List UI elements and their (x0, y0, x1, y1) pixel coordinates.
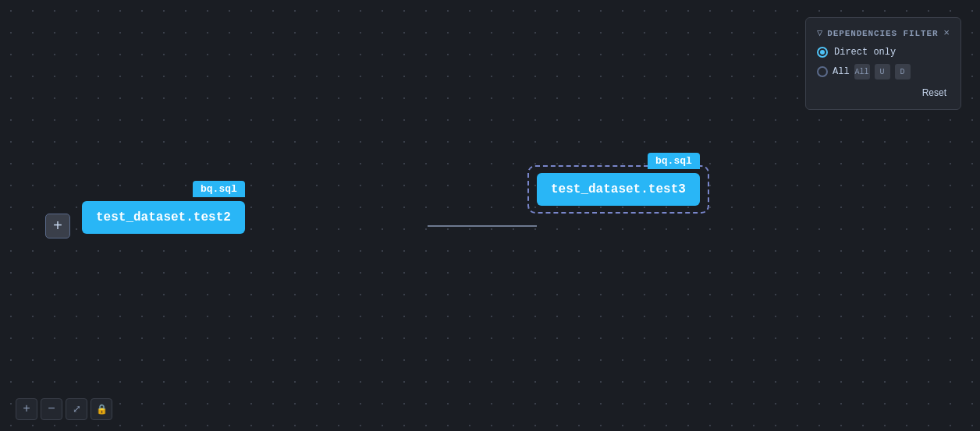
zoom-out-button[interactable]: − (41, 398, 62, 420)
tag-u-button[interactable]: U (875, 64, 890, 79)
minus-icon: − (48, 402, 55, 416)
radio-direct-only[interactable] (817, 47, 828, 58)
fit-icon: ⤢ (73, 403, 81, 415)
filter-option-direct-only[interactable]: Direct only (817, 47, 950, 58)
node-test2-tag: bq.sql (193, 181, 245, 197)
filter-label-all: All (833, 66, 850, 77)
lock-icon: 🔒 (96, 404, 108, 415)
node-test2[interactable]: bq.sql test_dataset.test2 (82, 201, 245, 234)
filter-reset-row: Reset (817, 86, 950, 100)
node-test3-tag: bq.sql (648, 153, 700, 169)
filter-icon: ▽ (817, 27, 822, 39)
node-test3-body: test_dataset.test3 (537, 173, 700, 206)
fit-view-button[interactable]: ⤢ (66, 398, 87, 420)
filter-close-button[interactable]: × (943, 27, 950, 39)
filter-panel: ▽ DEPENDENCIES FILTER × Direct only All … (805, 17, 961, 110)
node-test2-plus-button[interactable]: + (45, 214, 70, 238)
bottom-toolbar: + − ⤢ 🔒 (16, 398, 112, 420)
radio-all[interactable] (817, 66, 828, 77)
filter-option-all[interactable]: All All U D (817, 64, 950, 79)
node-test3[interactable]: bq.sql test_dataset.test3 (537, 173, 700, 206)
filter-panel-title: DEPENDENCIES FILTER (827, 29, 939, 38)
tag-all-button[interactable]: All (854, 64, 870, 79)
zoom-in-button[interactable]: + (16, 398, 37, 420)
tag-d-button[interactable]: D (895, 64, 911, 79)
lock-button[interactable]: 🔒 (91, 398, 112, 420)
plus-icon: + (23, 402, 30, 416)
filter-label-direct-only: Direct only (834, 47, 896, 58)
plus-icon: + (53, 217, 62, 235)
node-test2-body: test_dataset.test2 (82, 201, 245, 234)
filter-header: ▽ DEPENDENCIES FILTER × (817, 27, 950, 39)
reset-button[interactable]: Reset (919, 86, 950, 100)
